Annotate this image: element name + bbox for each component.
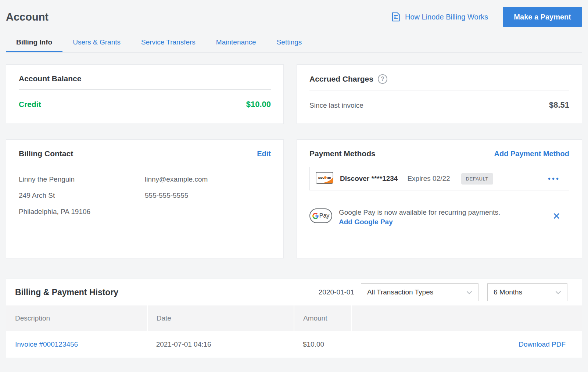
column-actions xyxy=(352,305,582,331)
tab-service-transfers[interactable]: Service Transfers xyxy=(131,34,206,52)
tab-maintenance[interactable]: Maintenance xyxy=(206,34,266,52)
history-start-date: 2020-01-01 xyxy=(319,288,354,296)
divider xyxy=(309,90,569,90)
history-table: Description Date Amount Invoice #0001234… xyxy=(6,305,582,358)
contact-email: linny@example.com xyxy=(145,175,271,184)
billing-history-section: Billing & Payment History 2020-01-01 All… xyxy=(6,279,582,358)
contact-address-column: Linny the Penguin 249 Arch St Philadelph… xyxy=(19,175,145,223)
how-billing-works-link[interactable]: How Linode Billing Works xyxy=(390,11,488,22)
account-balance-title: Account Balance xyxy=(19,74,81,83)
contact-name: Linny the Penguin xyxy=(19,175,145,184)
gpay-message: Google Pay is now available for recurrin… xyxy=(339,207,500,218)
accrued-charges-card: Accrued Charges ? Since last invoice $8.… xyxy=(297,64,582,124)
gpay-logo-text: Pay xyxy=(319,212,330,219)
column-amount: Amount xyxy=(294,305,352,331)
default-badge: DEFAULT xyxy=(461,173,493,185)
invoice-link[interactable]: Invoice #000123456 xyxy=(15,340,78,348)
since-last-invoice-label: Since last invoice xyxy=(309,101,363,110)
make-payment-button[interactable]: Make a Payment xyxy=(503,7,582,27)
credit-label: Credit xyxy=(19,100,41,109)
download-pdf-link[interactable]: Download PDF xyxy=(519,340,566,348)
close-icon[interactable]: ✕ xyxy=(552,211,560,221)
tab-billing-info[interactable]: Billing Info xyxy=(6,34,62,52)
date-range-value: 6 Months xyxy=(494,288,522,296)
date-range-select[interactable]: 6 Months xyxy=(487,283,567,301)
payment-methods-card: Payment Methods Add Payment Method DISC … xyxy=(297,139,582,258)
details-row: Billing Contact Edit Linny the Penguin 2… xyxy=(6,139,582,258)
contact-address1: 249 Arch St xyxy=(19,191,145,200)
account-balance-amount: $10.00 xyxy=(246,100,271,109)
table-row: Invoice #000123456 2021-07-01 04:16 $10.… xyxy=(6,331,582,358)
tab-settings[interactable]: Settings xyxy=(266,34,312,52)
invoice-amount: $10.00 xyxy=(294,331,352,358)
invoice-date: 2021-07-01 04:16 xyxy=(147,331,294,358)
page-title: Account xyxy=(6,11,49,23)
gpay-promo-row: Pay Google Pay is now available for recu… xyxy=(309,207,569,226)
history-filters: 2020-01-01 All Transaction Types 6 Month… xyxy=(319,283,567,301)
chevron-down-icon xyxy=(466,288,472,296)
billing-contact-card: Billing Contact Edit Linny the Penguin 2… xyxy=(6,139,284,258)
column-description: Description xyxy=(6,305,147,331)
transaction-type-value: All Transaction Types xyxy=(367,288,433,296)
column-date: Date xyxy=(147,305,294,331)
accrued-charges-title-text: Accrued Charges xyxy=(309,75,373,83)
google-pay-icon: Pay xyxy=(309,208,332,223)
chevron-down-icon xyxy=(555,288,561,296)
summary-row: Account Balance Credit $10.00 Accrued Ch… xyxy=(6,64,582,124)
card-label: Discover ****1234 xyxy=(340,175,398,183)
tab-users-grants[interactable]: Users & Grants xyxy=(62,34,131,52)
topbar-actions: How Linode Billing Works Make a Payment xyxy=(390,7,582,27)
edit-contact-link[interactable]: Edit xyxy=(257,150,271,158)
billing-page: Account How Linode Billing Works Make a … xyxy=(0,0,588,372)
contact-phone: 555-555-5555 xyxy=(145,191,271,200)
billing-contact-title: Billing Contact xyxy=(19,149,73,158)
account-tabs: Billing Info Users & Grants Service Tran… xyxy=(6,34,582,53)
add-google-pay-link[interactable]: Add Google Pay xyxy=(339,218,393,226)
how-billing-works-label: How Linode Billing Works xyxy=(405,13,488,21)
help-icon[interactable]: ? xyxy=(378,74,387,84)
accrued-charges-title: Accrued Charges ? xyxy=(309,74,387,84)
divider xyxy=(19,89,271,90)
card-expiry: Expires 02/22 xyxy=(407,175,450,183)
payment-method-row: DISC VER Discover ****1234 Expires 02/22… xyxy=(309,167,569,190)
topbar: Account How Linode Billing Works Make a … xyxy=(6,0,582,27)
account-balance-card: Account Balance Credit $10.00 xyxy=(6,64,284,124)
history-header-row: Description Date Amount xyxy=(6,305,582,331)
accrued-charges-amount: $8.51 xyxy=(549,100,569,110)
document-icon xyxy=(390,11,401,22)
svg-text:DISC: DISC xyxy=(318,176,324,179)
card-actions-menu-icon[interactable]: ••• xyxy=(548,175,560,183)
payment-methods-title: Payment Methods xyxy=(309,149,376,158)
transaction-type-select[interactable]: All Transaction Types xyxy=(361,283,478,301)
discover-card-icon: DISC VER xyxy=(316,172,333,185)
contact-comm-column: linny@example.com 555-555-5555 xyxy=(145,175,271,223)
svg-text:VER: VER xyxy=(327,176,331,179)
history-title: Billing & Payment History xyxy=(15,287,118,297)
contact-address2: Philadelphia, PA 19106 xyxy=(19,207,145,216)
add-payment-method-link[interactable]: Add Payment Method xyxy=(494,150,569,158)
